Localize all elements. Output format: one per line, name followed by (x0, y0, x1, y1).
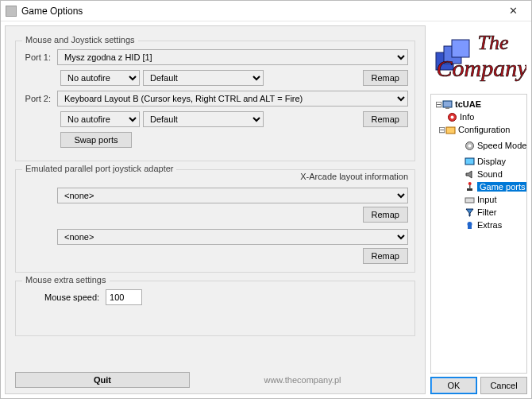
bottom-bar: Quit www.thecompany.pl (15, 371, 415, 389)
port1-autofire-select[interactable]: No autofire (60, 70, 140, 86)
svg-rect-20 (468, 226, 472, 229)
folder-icon (445, 125, 456, 135)
company-logo: The Company (430, 25, 527, 92)
port2-mode-select[interactable]: Default (143, 111, 264, 127)
svg-rect-17 (465, 198, 474, 203)
svg-rect-5 (443, 101, 452, 107)
close-button[interactable]: ✕ (499, 3, 526, 19)
svg-marker-13 (466, 171, 472, 178)
mouse-speed-input[interactable] (106, 289, 142, 305)
adapter1-remap-button[interactable]: Remap (363, 207, 408, 223)
display-icon (465, 157, 475, 167)
group-legend: Mouse and Joystick settings (22, 35, 138, 45)
window-title: Game Options (21, 6, 499, 17)
group-mouse-extra: Mouse extra settings Mouse speed: (15, 281, 415, 336)
tree-extras[interactable]: Extras (433, 219, 525, 231)
port1-row: Port 1: Mysz zgodna z HID [1] (22, 49, 408, 65)
port1-mode-select[interactable]: Default (143, 70, 264, 86)
tree-configuration[interactable]: ⊟ Configuration (433, 123, 525, 136)
extras-icon (465, 220, 475, 230)
port2-row: Port 2: Keyboard Layout B (Cursor keys, … (22, 91, 408, 107)
port2-autofire-select[interactable]: No autofire (60, 111, 140, 127)
sound-icon (465, 169, 475, 180)
group-mouse-joystick: Mouse and Joystick settings Port 1: Mysz… (15, 41, 415, 161)
website-label: www.thecompany.pl (190, 375, 415, 385)
titlebar: Game Options ✕ (1, 1, 531, 21)
port2-remap-button[interactable]: Remap (363, 111, 408, 127)
mouse-speed-label: Mouse speed: (44, 292, 99, 302)
xarcade-link[interactable]: X-Arcade layout information (300, 172, 408, 181)
port1-label: Port 1: (22, 52, 54, 62)
info-icon (447, 112, 457, 122)
svg-point-16 (468, 182, 472, 185)
swap-ports-button[interactable]: Swap ports (60, 132, 132, 148)
cancel-button[interactable]: Cancel (480, 377, 527, 394)
dialog-buttons: OK Cancel (430, 377, 527, 394)
main-panel: Mouse and Joystick settings Port 1: Mysz… (5, 25, 426, 394)
gear-icon (465, 141, 475, 151)
tree-display[interactable]: Display (433, 155, 525, 168)
tree-filter[interactable]: Filter (433, 206, 525, 219)
keyboard-icon (465, 195, 475, 205)
ok-button[interactable]: OK (430, 377, 477, 394)
svg-rect-6 (445, 107, 449, 109)
tree-root[interactable]: ⊟ tcUAE (433, 98, 525, 110)
adapter2-select[interactable]: <none> (57, 229, 408, 245)
adapter2-remap-button[interactable]: Remap (363, 248, 408, 264)
filter-icon (465, 207, 475, 218)
svg-point-8 (451, 115, 454, 118)
joystick-icon (465, 182, 475, 192)
svg-text:The: The (478, 31, 509, 54)
tree-game-ports[interactable]: Game ports (433, 180, 525, 193)
side-panel: The Company ⊟ tcUAE Info ⊟ (430, 25, 527, 394)
group-parallel-adapter: Emulated parallel port joystick adapter … (15, 169, 415, 273)
svg-text:Company: Company (437, 55, 527, 81)
adapter1-select[interactable]: <none> (57, 188, 408, 203)
svg-rect-12 (465, 158, 474, 165)
group-legend: Mouse extra settings (22, 275, 110, 285)
tree-speed-mode[interactable]: Speed Mode (433, 139, 525, 152)
quit-button[interactable]: Quit (15, 372, 190, 388)
svg-marker-18 (466, 209, 473, 216)
tree-sound[interactable]: Sound (433, 168, 525, 180)
group-legend: Emulated parallel port joystick adapter (22, 164, 176, 173)
tree-input[interactable]: Input (433, 193, 525, 206)
port1-device-select[interactable]: Mysz zgodna z HID [1] (57, 49, 408, 65)
computer-icon (442, 99, 453, 110)
port2-label: Port 2: (22, 94, 54, 103)
svg-point-11 (468, 144, 472, 147)
port1-remap-button[interactable]: Remap (363, 70, 408, 86)
nav-tree[interactable]: ⊟ tcUAE Info ⊟ Configuration (430, 94, 527, 374)
port2-device-select[interactable]: Keyboard Layout B (Cursor keys, Right CT… (57, 91, 408, 107)
tree-info[interactable]: Info (433, 110, 525, 123)
svg-rect-9 (446, 127, 455, 134)
app-icon (6, 6, 17, 17)
